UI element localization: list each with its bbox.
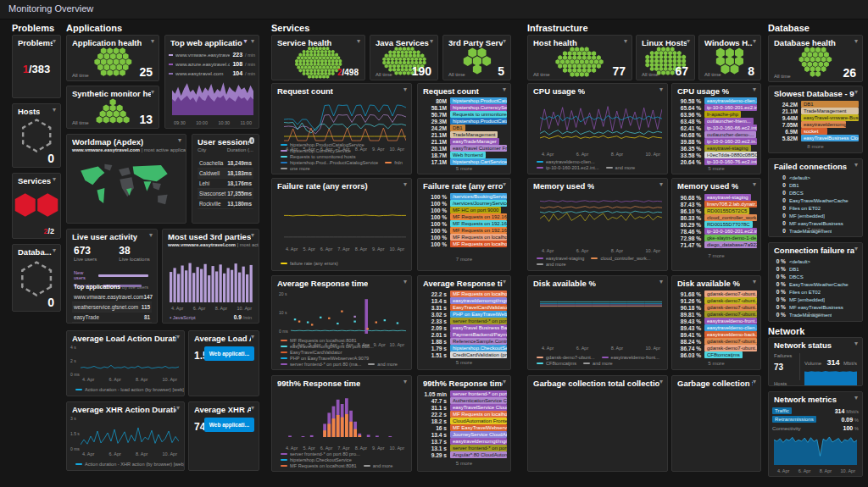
worldmap-tile[interactable]: Worldmap (Apdex)▾ www.vmware.easytravel.… [66, 134, 186, 224]
gc-list-tile[interactable]: Garbage collection to...▾ [671, 375, 761, 472]
p99-response-chart-tile[interactable]: 99th% Response time▾ 4. Apr5. Apr6. Apr7… [271, 375, 412, 472]
chevron-down-icon[interactable]: ▾ [53, 38, 56, 45]
request-count-list-tile[interactable]: Request count▾ 80Mhipstershop.ProductCat… [417, 83, 511, 174]
list-row[interactable]: 100 %MF Requests on 192.168.83.243:7... [421, 213, 507, 220]
list-row[interactable]: 13.4 seasytraveldemomgt/mgmt on ... [421, 297, 507, 304]
list-row[interactable]: 0EasyTravelWeatherCache [772, 196, 859, 204]
list-row[interactable]: 7.05Measytraveldemomgt-db [772, 121, 859, 128]
network-status-tile[interactable]: Network status▾ Failures 73 Hosts Volume… [768, 337, 863, 386]
disk-available-chart-tile[interactable]: Disk available %▾ 4. Apr6. Apr8. Apr10. … [527, 275, 668, 370]
list-row[interactable]: 6.9Msocket [772, 128, 859, 135]
chevron-down-icon[interactable]: ▾ [403, 379, 407, 385]
list-row[interactable]: 86.10 %RD00155D572C5 [676, 208, 757, 214]
show-more-link[interactable]: 7 more [672, 252, 760, 258]
chevron-down-icon[interactable]: ▾ [753, 379, 756, 385]
slowest-database-tile[interactable]: Slowest Database - 99th...▾ 24.2MDB121.1… [768, 86, 863, 153]
list-row[interactable]: 71.47 %diego_database/7a922... [676, 241, 757, 248]
p99-response-list-tile[interactable]: 99th% Response time▾ 1.05 minserver fron… [417, 375, 511, 472]
list-row[interactable]: 2.01 sPaymentBackend/PaymentReg... [421, 331, 507, 338]
failed-connections-tile[interactable]: Failed connections▾ 0<default>0DB10DBCS0… [768, 158, 863, 237]
list-row[interactable]: 0DBCS [772, 189, 859, 196]
windows-hosts-tile[interactable]: Windows H...▾ All time 8 [698, 35, 761, 80]
filter-icon[interactable]: ▼ [242, 38, 248, 45]
list-row[interactable]: 62.41 %ip-10-0-160-66.ec2.int... [676, 125, 757, 131]
list-row[interactable]: 0 %MF [embedded] [772, 296, 859, 303]
request-count-chart-tile[interactable]: Request count▾ 4. Apr5. Apr6. Apr7. Apr8… [271, 83, 412, 174]
list-row[interactable]: 0MF [embedded] [772, 212, 859, 219]
chevron-down-icon[interactable]: ▾ [854, 395, 858, 401]
list-row[interactable]: 18.2 sCloudAutomation Frontend [421, 418, 507, 424]
chevron-down-icon[interactable]: ▾ [251, 334, 254, 340]
chevron-down-icon[interactable]: ▾ [53, 107, 56, 113]
list-row[interactable]: 72.98 %gke-slaytn-demo-1-de... [676, 235, 757, 241]
chevron-down-icon[interactable]: ▾ [624, 38, 627, 45]
list-row[interactable]: 100 %/services/BookingService/ on p... [421, 193, 507, 200]
database-health-tile[interactable]: Database health▾ All time 26 [768, 35, 863, 82]
list-row[interactable]: 20.64 %ip-10-0-160-76.ec2.int... [676, 158, 757, 165]
list-row[interactable]: 16 sMF EasyTravelWebserver:9079 [421, 424, 507, 431]
list-row[interactable]: 2.33 sserver frontend-* on port 80 pr... [421, 318, 507, 324]
list-row[interactable]: 0 %DBCS [772, 273, 859, 280]
web-application-button[interactable]: Web applicati... [204, 346, 254, 361]
avg-xhr-action-single-tile[interactable]: Average XHR Ac...▾ 744ms Web applicati..… [188, 401, 259, 471]
show-more-link[interactable]: 7 more [769, 311, 862, 317]
chevron-down-icon[interactable]: ▾ [403, 279, 407, 285]
web-app-row[interactable]: www.vmware.easytravel.com223/ min [169, 50, 255, 59]
avg-response-list-tile[interactable]: Average Response time▾ 22.2 sMF Requests… [417, 275, 511, 370]
list-row[interactable]: 0 %EasyTravelWeatherCache [772, 280, 859, 288]
list-row[interactable]: 0 %MF easyTravelBusiness [772, 303, 859, 311]
chevron-down-icon[interactable]: ▾ [687, 38, 690, 45]
chevron-down-icon[interactable]: ▾ [149, 232, 153, 239]
chevron-down-icon[interactable]: ▾ [854, 89, 858, 96]
list-row[interactable]: 100 %MF Requests on localhost:8081 [421, 234, 507, 241]
list-row[interactable]: 89.43 %easytraveldemo-front... [676, 318, 757, 324]
table-row[interactable]: Rockville13,180ms [198, 199, 253, 209]
list-row[interactable]: 91.26 %gdansk-demo7-ubunt... [676, 297, 757, 304]
cpu-usage-list-tile[interactable]: CPU usage %▾ 90.58 %easytraveldemo-clien… [671, 83, 761, 174]
table-row[interactable]: easyTrade81 [72, 313, 152, 323]
chevron-down-icon[interactable]: ▾ [854, 340, 858, 347]
list-row[interactable]: 5.82MeasyTravelBusiness CloudAuto... [772, 135, 859, 141]
chevron-down-icon[interactable]: ▾ [176, 405, 180, 412]
connection-failure-rate-tile[interactable]: Connection failure rate▾ 0 %<default>0 %… [768, 242, 863, 322]
chevron-down-icon[interactable]: ▾ [251, 232, 254, 239]
chevron-down-icon[interactable]: ▾ [753, 86, 756, 93]
list-row[interactable]: 1.88 sReferenceSample.Controller.Azure [421, 338, 507, 345]
metric-row[interactable]: Retransmissions0.09 % [772, 415, 859, 423]
synthetic-health-tile[interactable]: Synthetic monitor health▾ All time 13 [66, 86, 159, 129]
list-row[interactable]: 21.1MeasyTradeManager [421, 138, 507, 145]
list-row[interactable]: 33.58 %i-0ec7dda-0880c08f50e [676, 152, 757, 158]
show-more-link[interactable]: 8 more [769, 143, 862, 149]
chevron-down-icon[interactable]: ▾ [503, 181, 506, 188]
web-app-row[interactable]: www.azure.easytravel.com108/ min [169, 59, 255, 69]
chevron-down-icon[interactable]: ▾ [854, 162, 858, 169]
problems-tile[interactable]: Problems▾ 1/383 [12, 35, 61, 98]
list-row[interactable]: 13.1 sserver frontend-* on port 80 [421, 445, 507, 451]
list-row[interactable]: 3.02 sPHP on EasyTravelWebserverA... [421, 311, 507, 318]
list-row[interactable]: 89.41 %easytraveldemo-back... [676, 331, 757, 338]
failure-rate-list-tile[interactable]: Failure rate (any errors)▾ 100 %/service… [417, 178, 511, 271]
avg-response-chart-tile[interactable]: Average Response time▾ 20 s 10 s 0 ms 4.… [271, 275, 412, 370]
show-more-link[interactable]: 5 more [672, 360, 760, 366]
list-row[interactable]: 86.03 %CF8tomcatjms [676, 351, 757, 358]
chevron-down-icon[interactable]: ▾ [53, 247, 56, 254]
third-party-services-tile[interactable]: 3rd Party Services▾ All time 5 [442, 35, 511, 80]
list-row[interactable]: 100 %MF HC on port 9000 [421, 207, 507, 213]
list-row[interactable]: 58.1Mhipstershop.CurrencyService [421, 104, 507, 111]
failure-rate-chart-tile[interactable]: Failure rate (any errors)▾ 4. Apr5. Apr6… [271, 178, 412, 271]
list-row[interactable]: 89.81 %gdansk-demo7-ubunt... [676, 311, 757, 318]
list-row[interactable]: 0Files on ET02 [772, 204, 859, 212]
list-row[interactable]: 22.2 sMF Requests on localhost:8081 [421, 411, 507, 418]
info-icon[interactable]: i [249, 137, 254, 144]
list-row[interactable]: 39.88 %ip-10-0-160-20.ec2.in... [676, 138, 757, 145]
list-row[interactable]: 36.35 %easytravel-staging [676, 145, 757, 152]
chevron-down-icon[interactable]: ▾ [53, 176, 56, 183]
chevron-down-icon[interactable]: ▾ [854, 246, 858, 252]
user-sessions-tile[interactable]: User sessions qu...i CityDuration (... C… [192, 134, 259, 224]
avg-xhr-action-duration-tile[interactable]: Average XHR Action Duration▾ 3 s 1.5 s 0… [66, 401, 185, 471]
table-row[interactable]: Caldwell18,183ms [198, 169, 253, 179]
show-more-link[interactable]: 5 more [418, 359, 510, 365]
chevron-down-icon[interactable]: ▾ [503, 86, 506, 93]
chevron-down-icon[interactable]: ▾ [753, 279, 756, 285]
table-row[interactable]: www.vmware.easytravel.com147 [72, 292, 152, 302]
